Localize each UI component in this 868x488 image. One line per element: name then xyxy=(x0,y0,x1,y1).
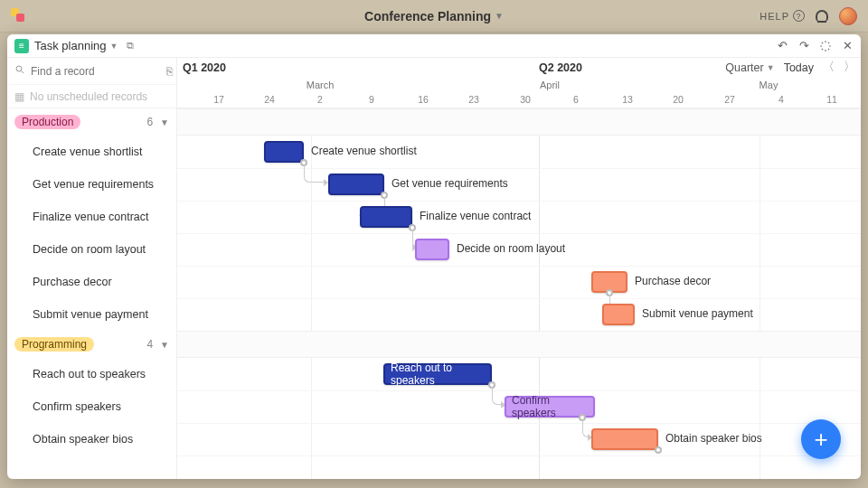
close-icon[interactable]: ✕ xyxy=(841,40,854,52)
task-row[interactable]: Reach out to speakers xyxy=(7,358,176,390)
task-row[interactable]: Finalize venue contract xyxy=(7,201,176,233)
group-header-production[interactable]: Production 6 ▼ xyxy=(7,108,176,136)
redo-icon[interactable]: ↷ xyxy=(797,40,810,52)
app-logo-icon[interactable] xyxy=(11,8,27,24)
task-label: Confirm speakers xyxy=(33,400,121,413)
timeline[interactable]: Q1 2020 Q2 2020 Quarter▼ Today 〈 〉 March… xyxy=(177,58,861,479)
bar-label: Get venue requirements xyxy=(392,177,508,190)
help-icon: ? xyxy=(793,10,805,22)
day-label: 27 xyxy=(724,94,735,105)
task-label: Finalize venue contract xyxy=(33,211,149,223)
group-header-programming[interactable]: Programming 4 ▼ xyxy=(7,331,176,358)
gantt-bar[interactable]: Reach out to speakers xyxy=(383,363,492,385)
quarter-label: Q1 2020 xyxy=(183,61,226,74)
task-row[interactable]: Submit venue payment xyxy=(7,298,176,331)
day-label: 20 xyxy=(673,94,684,105)
calendar-icon: ▦ xyxy=(14,90,24,103)
gantt-bar[interactable] xyxy=(415,239,449,260)
unscheduled-label: No unscheduled records xyxy=(30,90,147,103)
month-label: May xyxy=(760,80,778,90)
collapse-sidebar-icon[interactable]: ⎘ xyxy=(166,65,173,78)
task-row[interactable]: Get venue requirements xyxy=(7,168,176,201)
group-count: 6 xyxy=(146,116,155,128)
app-bar: Conference Planning ▼ HELP ? xyxy=(0,0,868,33)
quarter-label: Q2 2020 xyxy=(539,61,582,74)
task-label: Create venue shortlist xyxy=(33,145,143,158)
svg-point-1 xyxy=(16,66,22,71)
gantt-bar[interactable] xyxy=(591,428,658,450)
gantt-bar[interactable] xyxy=(328,174,384,195)
sidebar: ⎘ ▦ No unscheduled records Production 6 … xyxy=(7,58,177,479)
gantt-bar[interactable] xyxy=(602,304,635,325)
task-row[interactable]: Create venue shortlist xyxy=(7,136,176,168)
chevron-down-icon: ▼ xyxy=(160,117,169,127)
panel-header: ≡ Task planning ▼ ⧉ ↶ ↷ ✕ xyxy=(7,34,861,58)
day-label: 2 xyxy=(317,94,323,105)
day-label: 24 xyxy=(264,94,275,105)
chevron-down-icon: ▼ xyxy=(767,63,775,72)
base-title-text: Conference Planning xyxy=(364,9,491,23)
bar-label: Purchase decor xyxy=(635,275,711,287)
next-icon[interactable]: 〉 xyxy=(844,60,855,75)
search-icon xyxy=(14,64,25,78)
month-label: April xyxy=(540,80,560,90)
timeline-body: Create venue shortlist Get venue require… xyxy=(177,108,861,479)
help-link[interactable]: HELP ? xyxy=(760,10,805,22)
search-input[interactable] xyxy=(31,65,166,78)
avatar[interactable] xyxy=(839,7,857,25)
bar-label: Decide on room layout xyxy=(457,242,565,255)
settings-icon[interactable] xyxy=(819,40,832,52)
bar-label: Obtain speaker bios xyxy=(665,432,762,445)
day-label: 6 xyxy=(573,94,579,105)
open-external-icon[interactable]: ⧉ xyxy=(127,40,134,52)
day-label: 23 xyxy=(468,94,479,105)
find-record-row: ⎘ xyxy=(7,58,176,85)
view-switcher[interactable]: Task planning ▼ xyxy=(34,39,118,52)
chevron-down-icon: ▼ xyxy=(160,340,169,350)
bar-inline-label: Reach out to speakers xyxy=(391,361,485,387)
add-record-button[interactable]: + xyxy=(801,419,841,459)
gantt-view-icon: ≡ xyxy=(14,39,29,53)
day-label: 30 xyxy=(520,94,531,105)
expanded-view-panel: ≡ Task planning ▼ ⧉ ↶ ↷ ✕ ⎘ ▦ xyxy=(7,34,861,479)
task-row[interactable]: Purchase decor xyxy=(7,266,176,298)
task-label: Purchase decor xyxy=(33,276,112,288)
bar-label: Create venue shortlist xyxy=(311,145,417,157)
month-label: March xyxy=(307,80,335,90)
svg-point-0 xyxy=(824,44,827,48)
task-label: Get venue requirements xyxy=(33,178,154,191)
day-label: 4 xyxy=(778,94,784,105)
bar-inline-label: Confirm speakers xyxy=(512,394,588,419)
today-button[interactable]: Today xyxy=(784,61,814,74)
task-row[interactable]: Confirm speakers xyxy=(7,390,176,423)
scale-label: Quarter xyxy=(725,61,763,74)
day-label: 9 xyxy=(369,94,374,105)
group-count: 4 xyxy=(146,338,155,351)
task-label: Reach out to speakers xyxy=(33,368,146,380)
gantt-bar[interactable] xyxy=(264,141,304,163)
task-row[interactable]: Obtain speaker bios xyxy=(7,423,176,455)
dependency-handle[interactable] xyxy=(655,446,662,454)
task-row[interactable]: Decide on room layout xyxy=(7,233,176,266)
undo-icon[interactable]: ↶ xyxy=(776,40,788,52)
prev-icon[interactable]: 〈 xyxy=(823,60,835,75)
task-label: Obtain speaker bios xyxy=(33,433,133,446)
chevron-down-icon: ▼ xyxy=(495,11,504,21)
help-label: HELP xyxy=(760,11,789,22)
day-axis: 1724291623306132027411 xyxy=(177,94,861,107)
scale-selector[interactable]: Quarter▼ xyxy=(725,61,774,74)
task-label: Decide on room layout xyxy=(33,243,146,256)
chevron-down-icon: ▼ xyxy=(110,42,118,51)
day-label: 17 xyxy=(213,94,224,105)
group-pill: Production xyxy=(14,115,80,129)
gantt-bar[interactable] xyxy=(360,206,412,228)
base-title[interactable]: Conference Planning ▼ xyxy=(364,9,504,23)
day-label: 16 xyxy=(418,94,429,105)
day-label: 11 xyxy=(826,94,837,105)
view-name-text: Task planning xyxy=(34,39,107,52)
unscheduled-row[interactable]: ▦ No unscheduled records xyxy=(7,85,176,108)
task-label: Submit venue payment xyxy=(33,308,148,321)
notifications-icon[interactable] xyxy=(816,10,828,23)
day-label: 13 xyxy=(622,94,633,105)
timeline-header: Q1 2020 Q2 2020 Quarter▼ Today 〈 〉 March… xyxy=(177,58,861,108)
